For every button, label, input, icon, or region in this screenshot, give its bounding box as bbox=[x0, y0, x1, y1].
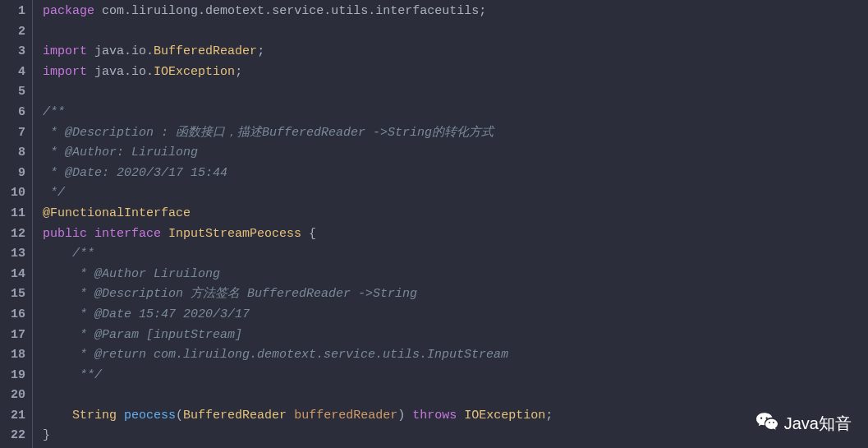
dot: . bbox=[368, 4, 375, 18]
line-number: 17 bbox=[3, 326, 25, 346]
semicolon: ; bbox=[235, 65, 242, 79]
watermark-text: Java知音 bbox=[784, 413, 852, 435]
code-editor: 1 2 3 4 5 6 7 8 9 10 11 12 13 14 15 16 1… bbox=[0, 0, 868, 448]
code-line: import java.io.IOException; bbox=[43, 62, 868, 83]
param-type: BufferedReader bbox=[183, 409, 287, 423]
keyword: package bbox=[43, 4, 94, 18]
line-number: 7 bbox=[3, 123, 25, 144]
annotation: @FunctionalInterface bbox=[43, 204, 868, 224]
line-number: 4 bbox=[3, 62, 25, 83]
paren: ) bbox=[397, 409, 405, 423]
comment-line: * @Date: 2020/3/17 15:44 bbox=[43, 164, 868, 184]
comment-line: * @Param [inputStream] bbox=[43, 326, 868, 346]
code-line bbox=[43, 22, 868, 43]
dot: . bbox=[124, 65, 131, 79]
pkg-seg: demotext bbox=[205, 4, 264, 18]
line-number: 12 bbox=[3, 224, 25, 245]
keyword: throws bbox=[412, 409, 457, 423]
keyword: public bbox=[43, 227, 87, 241]
comment-line: * @Date 15:47 2020/3/17 bbox=[43, 305, 868, 326]
line-number: 22 bbox=[3, 426, 25, 446]
pkg-seg: java bbox=[94, 65, 124, 79]
comment-line: /** bbox=[43, 103, 868, 123]
comment-line: /** bbox=[43, 244, 868, 265]
line-number: 3 bbox=[3, 42, 25, 62]
dot: . bbox=[324, 4, 331, 18]
comment-line: * @Description 方法签名 BufferedReader ->Str… bbox=[43, 284, 868, 305]
line-number: 13 bbox=[3, 244, 25, 265]
dot: . bbox=[124, 44, 131, 58]
type: IOException bbox=[154, 65, 235, 79]
keyword: import bbox=[43, 44, 87, 58]
line-number: 11 bbox=[3, 204, 25, 224]
semicolon: ; bbox=[479, 4, 486, 18]
line-number: 2 bbox=[3, 22, 25, 43]
line-number: 18 bbox=[3, 345, 25, 366]
line-number: 9 bbox=[3, 164, 25, 184]
comment-line: **/ bbox=[43, 366, 868, 386]
brace: { bbox=[309, 227, 316, 241]
type-name: InputStreamPeocess bbox=[168, 227, 301, 241]
method-name: peocess bbox=[124, 409, 176, 423]
comment-line: * @return com.liruilong.demotext.service… bbox=[43, 345, 868, 366]
return-type: String bbox=[72, 409, 117, 423]
code-line: public interface InputStreamPeocess { bbox=[43, 224, 868, 245]
comment-line: * @Author Liruilong bbox=[43, 265, 868, 285]
wechat-icon bbox=[756, 413, 778, 435]
code-line bbox=[43, 386, 868, 406]
line-number: 15 bbox=[3, 284, 25, 305]
code-line: package com.liruilong.demotext.service.u… bbox=[43, 2, 868, 22]
dot: . bbox=[198, 4, 205, 18]
type: BufferedReader bbox=[154, 44, 257, 58]
line-number: 8 bbox=[3, 143, 25, 164]
code-area[interactable]: package com.liruilong.demotext.service.u… bbox=[33, 0, 868, 448]
keyword: interface bbox=[94, 227, 161, 241]
comment-line: * @Description : 函数接口，描述BufferedReader -… bbox=[43, 123, 868, 144]
code-line: } bbox=[43, 426, 868, 446]
dot: . bbox=[146, 44, 154, 58]
dot: . bbox=[264, 4, 272, 18]
pkg-seg: utils bbox=[331, 4, 368, 18]
comment-line: */ bbox=[43, 183, 868, 204]
semicolon: ; bbox=[257, 44, 264, 58]
watermark: Java知音 bbox=[756, 413, 852, 435]
line-number: 19 bbox=[3, 366, 25, 386]
paren: ( bbox=[176, 409, 183, 423]
pkg-seg: interfaceutils bbox=[375, 4, 479, 18]
line-number: 10 bbox=[3, 183, 25, 204]
code-line bbox=[43, 82, 868, 103]
line-number: 20 bbox=[3, 386, 25, 406]
code-line: String peocess(BufferedReader bufferedRe… bbox=[43, 406, 868, 427]
pkg-seg: io bbox=[131, 44, 146, 58]
line-number: 5 bbox=[3, 82, 25, 103]
semicolon: ; bbox=[545, 409, 553, 423]
line-number: 21 bbox=[3, 406, 25, 427]
line-number: 6 bbox=[3, 103, 25, 123]
line-gutter: 1 2 3 4 5 6 7 8 9 10 11 12 13 14 15 16 1… bbox=[0, 0, 33, 448]
line-number: 16 bbox=[3, 305, 25, 326]
pkg-seg: java bbox=[94, 44, 124, 58]
code-line: import java.io.BufferedReader; bbox=[43, 42, 868, 62]
dot: . bbox=[124, 4, 131, 18]
keyword: import bbox=[43, 65, 87, 79]
comment-line: * @Author: Liruilong bbox=[43, 143, 868, 164]
pkg-seg: com bbox=[102, 4, 124, 18]
pkg-seg: io bbox=[131, 65, 146, 79]
pkg-seg: liruilong bbox=[131, 4, 198, 18]
pkg-seg: service bbox=[272, 4, 324, 18]
param-name: bufferedReader bbox=[294, 409, 397, 423]
dot: . bbox=[146, 65, 154, 79]
line-number: 14 bbox=[3, 265, 25, 285]
line-number: 1 bbox=[3, 2, 25, 22]
exception-type: IOException bbox=[464, 409, 545, 423]
